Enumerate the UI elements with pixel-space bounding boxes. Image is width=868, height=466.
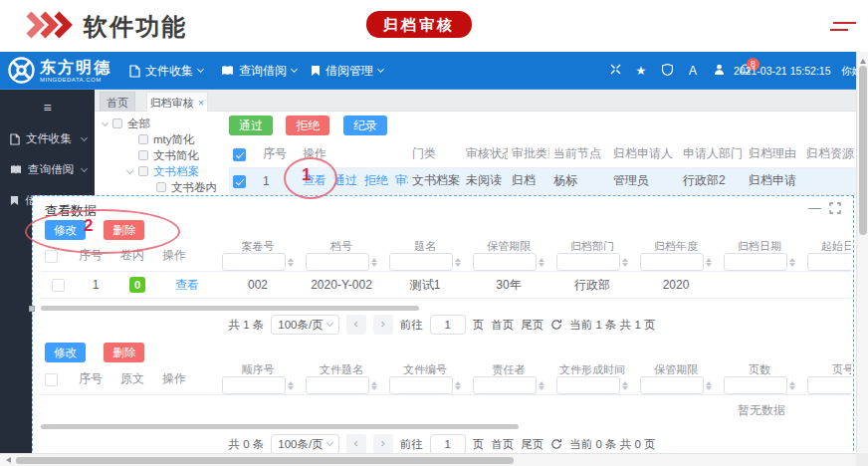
filter-input[interactable] (473, 376, 537, 394)
table-hscrollbar[interactable] (41, 306, 419, 311)
last-page-link[interactable]: 尾页 (521, 437, 543, 452)
page-number-input[interactable] (430, 315, 466, 335)
vertical-scrollbar[interactable] (856, 52, 868, 466)
volume-row[interactable]: 1 0 查看 002 2020-Y-002 测试1 30年 行政部 2020 (41, 272, 851, 299)
menu-lines-icon[interactable] (830, 22, 856, 34)
select-all-checkbox[interactable] (45, 250, 58, 263)
refresh-icon[interactable] (550, 438, 562, 450)
fullscreen-icon[interactable] (602, 64, 628, 78)
sort-icons[interactable] (622, 381, 628, 390)
filter-input[interactable] (306, 253, 369, 271)
star-icon[interactable]: ★ (628, 64, 654, 78)
sort-icons[interactable] (622, 258, 628, 267)
view-link[interactable]: 查看 (303, 173, 326, 187)
tree-node-wenshu-dangan[interactable]: 文书档案 (95, 163, 229, 179)
filter-input[interactable] (640, 253, 704, 271)
scroll-up-icon[interactable] (860, 56, 866, 64)
filter-input[interactable] (724, 376, 787, 394)
hamburger-icon[interactable]: ≡ (40, 100, 56, 116)
sort-icons[interactable] (789, 258, 795, 267)
sort-icons[interactable] (371, 258, 377, 267)
menu-borrow-manage[interactable]: 借阅管理 (311, 52, 383, 90)
close-icon[interactable]: × (198, 97, 204, 109)
sort-icons[interactable] (288, 258, 294, 267)
page-size-select[interactable]: 100条/页 (271, 434, 338, 454)
row-checkbox[interactable] (233, 175, 246, 188)
edit-button[interactable]: 修改 (45, 343, 86, 362)
prev-page-button[interactable]: ‹ (346, 315, 366, 335)
approve-button[interactable]: 通过 (229, 116, 273, 135)
sort-icons[interactable] (371, 381, 377, 390)
select-all-checkbox[interactable] (45, 373, 58, 386)
first-page-link[interactable]: 首页 (491, 437, 514, 452)
first-page-link[interactable]: 首页 (491, 318, 514, 333)
expand-icon[interactable] (829, 202, 841, 214)
page-size-select[interactable]: 100条/页 (271, 315, 338, 335)
reject-link[interactable]: 拒绝 (364, 173, 388, 187)
prev-page-button[interactable]: ‹ (346, 434, 366, 454)
sort-icons[interactable] (789, 381, 795, 390)
filter-input[interactable] (306, 376, 369, 394)
next-page-button[interactable]: › (373, 434, 393, 454)
inner-count-badge[interactable]: 0 (129, 277, 145, 293)
tree-node-label[interactable]: 文书档案 (153, 163, 199, 179)
row-checkbox[interactable] (52, 279, 65, 292)
caret-down-icon[interactable] (102, 119, 108, 126)
tree-node-label[interactable]: mty简化 (153, 131, 195, 147)
sort-icons[interactable] (288, 381, 294, 390)
scrollbar-thumb[interactable] (859, 66, 867, 235)
table-hscrollbar[interactable] (41, 424, 519, 429)
tree-checkbox[interactable] (138, 166, 148, 176)
tab-home[interactable]: 首页 (100, 92, 135, 112)
tree-checkbox[interactable] (112, 118, 122, 128)
sort-icons[interactable] (539, 258, 544, 267)
view-link[interactable]: 查看 (175, 278, 199, 292)
tab-archive-review[interactable]: 归档审核× (146, 92, 208, 112)
page-number-input[interactable] (430, 434, 466, 454)
select-all-checkbox[interactable] (233, 148, 246, 161)
menu-file-collection[interactable]: 文件收集 (129, 52, 203, 90)
filter-input[interactable] (640, 376, 704, 394)
record-button[interactable]: 纪录 (343, 116, 387, 135)
tree-node-mty[interactable]: mty简化 (95, 131, 229, 147)
tree-node-label[interactable]: 文书卷内 (171, 179, 217, 195)
filter-input[interactable] (389, 253, 453, 271)
scroll-left-icon[interactable] (3, 457, 11, 463)
tree-checkbox[interactable] (156, 182, 166, 192)
minimize-icon[interactable]: — (808, 202, 821, 214)
shield-icon[interactable] (654, 64, 680, 79)
last-page-link[interactable]: 尾页 (521, 318, 543, 333)
filter-input[interactable] (807, 253, 851, 271)
filter-input[interactable] (222, 253, 286, 271)
caret-down-icon[interactable] (126, 167, 133, 174)
horizontal-scrollbar[interactable] (0, 453, 856, 466)
next-page-button[interactable]: › (373, 315, 393, 335)
delete-button[interactable]: 删除 (104, 220, 144, 240)
filter-input[interactable] (473, 253, 537, 271)
sidebar-item-file-collection[interactable]: 文件收集 (0, 123, 95, 154)
tree-node-label[interactable]: 全部 (127, 116, 150, 131)
sort-icons[interactable] (539, 381, 544, 390)
approve-link[interactable]: 通过 (333, 173, 357, 187)
resize-handle[interactable] (29, 306, 35, 312)
tree-node-wenshu-jianhua[interactable]: 文书简化 (95, 147, 229, 163)
sort-icons[interactable] (706, 258, 712, 267)
tree-node-label[interactable]: 文书简化 (153, 147, 199, 163)
user-icon[interactable] (706, 64, 732, 79)
font-size-icon[interactable]: A (680, 64, 706, 78)
refresh-icon[interactable] (550, 319, 562, 331)
audit-record-link[interactable]: 审核记录 (395, 173, 408, 187)
menu-query-borrow[interactable]: 查询借阅 (221, 52, 297, 90)
sort-icons[interactable] (455, 381, 461, 390)
tree-checkbox[interactable] (138, 134, 148, 144)
filter-input[interactable] (222, 376, 286, 394)
tree-node-wenshu-juannei[interactable]: 文书卷内 (95, 179, 229, 195)
tree-checkbox[interactable] (138, 150, 148, 160)
reject-button[interactable]: 拒绝 (286, 116, 329, 135)
edit-button[interactable]: 修改 (45, 220, 86, 240)
filter-input[interactable] (556, 376, 620, 394)
review-row[interactable]: 1 查看通过拒绝审核记录 文书档案 未阅读 归档 杨标 管理员 行政部2 归档申… (229, 167, 856, 194)
filter-input[interactable] (389, 376, 453, 394)
scrollbar-thumb[interactable] (16, 457, 514, 464)
filter-input[interactable] (807, 376, 851, 394)
